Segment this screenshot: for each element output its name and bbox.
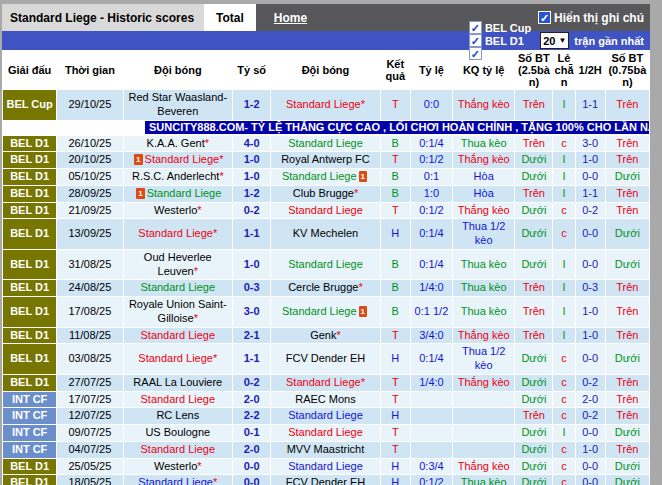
goals-0-75-cell: Dưới: [605, 458, 649, 475]
match-row: INT CF04/07/25Standard Liege2-0MVV Maast…: [3, 441, 650, 458]
date-cell: 31/08/25: [57, 249, 123, 280]
match-row: BEL Cup29/10/25Red Star Waasland-Beveren…: [3, 90, 650, 121]
home-team-cell: Westerlo*: [123, 458, 233, 475]
league-filter-checkbox[interactable]: ✓: [469, 47, 482, 60]
goals-2-5-cell: Dưới: [515, 202, 553, 219]
team-name: Standard Liege: [288, 137, 363, 149]
league-filter-label: BEL D1: [485, 35, 524, 47]
half-score-cell: 0-0: [575, 169, 605, 186]
tab-home[interactable]: Home: [262, 4, 319, 31]
goals-0-75-cell: Trên: [605, 280, 649, 297]
odd-even-cell: c: [553, 374, 575, 391]
show-notes-checkbox[interactable]: ✓: [538, 11, 551, 24]
odds-result-cell: Thắng kèo: [453, 374, 515, 391]
league-filter-label: INT CF: [485, 48, 520, 60]
home-team-cell: Standard Liege: [123, 441, 233, 458]
result-cell: B: [380, 280, 410, 297]
star-marker: *: [213, 227, 217, 239]
odds-cell: 0:1/4: [410, 344, 452, 375]
home-team-cell: Oud Heverlee Leuven*: [123, 249, 233, 280]
date-cell: 03/08/25: [57, 344, 123, 375]
home-team-cell: RAAL La Louviere: [123, 374, 233, 391]
tab-total[interactable]: Total: [204, 4, 256, 31]
ad-banner-link[interactable]: SUNCITY888.COM- TỶ LỆ THẮNG CỰC CAO , LỐ…: [145, 121, 650, 134]
odds-result-cell: Thắng kèo: [453, 152, 515, 169]
odds-cell: [410, 441, 452, 458]
goals-2-5-cell: Trên: [515, 185, 553, 202]
team-name: Standard Liege: [145, 153, 220, 165]
half-score-cell: 1-1: [575, 90, 605, 121]
team-name: Standard Liege: [288, 409, 363, 421]
odd-even-cell: c: [553, 344, 575, 375]
goals-0-75-cell: Trên: [605, 152, 649, 169]
match-row: BEL D118/05/25Standard Liege*0-0FCV Dend…: [3, 475, 650, 485]
odds-cell: 0:1/2: [410, 202, 452, 219]
date-cell: 17/08/25: [57, 297, 123, 328]
table-header-row: Giải đấuThời gianĐội bóngTỷ sốĐội bóngKế…: [3, 51, 650, 90]
date-cell: 05/10/25: [57, 169, 123, 186]
odds-result-cell: Hòa: [453, 185, 515, 202]
star-marker: *: [197, 204, 201, 216]
odds-cell: 0:1/4: [410, 249, 452, 280]
half-score-cell: 0-2: [575, 202, 605, 219]
result-cell: T: [380, 90, 410, 121]
star-marker: *: [213, 476, 217, 485]
goals-0-75-cell: Dưới: [605, 169, 649, 186]
league-cell: BEL D1: [3, 249, 57, 280]
match-row: BEL D131/08/25Oud Heverlee Leuven*1-0Sta…: [3, 249, 650, 280]
ad-banner-row: SUNCITY888.COM- TỶ LỆ THẮNG CỰC CAO , LỐ…: [3, 120, 650, 135]
league-cell: BEL D1: [3, 202, 57, 219]
match-row: INT CF09/07/25US Boulogne0-1Standard Lie…: [3, 425, 650, 442]
result-cell: H: [380, 475, 410, 485]
score-cell: 4-0: [233, 135, 271, 152]
league-cell: BEL Cup: [3, 90, 57, 121]
odd-even-cell: l: [553, 297, 575, 328]
odds-cell: 1/4:0: [410, 374, 452, 391]
team-name: Standard Liege: [288, 258, 363, 270]
half-score-cell: 0-0: [575, 425, 605, 442]
match-count-select[interactable]: 20 ▼: [540, 32, 569, 49]
result-cell: H: [380, 408, 410, 425]
goals-0-75-cell: Dưới: [605, 475, 649, 485]
odds-cell: 0:1/2: [410, 152, 452, 169]
column-header-0: Giải đấu: [3, 51, 57, 90]
league-cell: BEL D1: [3, 344, 57, 375]
team-name: KV Mechelen: [293, 227, 358, 239]
team-name: Standard Liege: [282, 170, 357, 182]
score-cell: 3-0: [233, 297, 271, 328]
odd-even-cell: c: [553, 475, 575, 485]
star-marker: *: [354, 187, 358, 199]
score-cell: 2-2: [233, 408, 271, 425]
odd-even-cell: c: [553, 408, 575, 425]
odds-result-cell: [453, 408, 515, 425]
goals-0-75-cell: Trên: [605, 391, 649, 408]
team-name: Standard Liege: [140, 329, 215, 341]
odd-even-cell: c: [553, 202, 575, 219]
goals-0-75-cell: Trên: [605, 327, 649, 344]
odds-cell: [410, 408, 452, 425]
league-filter-checkbox[interactable]: ✓: [469, 34, 482, 47]
score-cell: 0-0: [233, 458, 271, 475]
away-team-cell: RAEC Mons: [271, 391, 381, 408]
goals-0-75-cell: Dưới: [605, 249, 649, 280]
league-cell: INT CF: [3, 408, 57, 425]
league-filter-checkbox[interactable]: ✓: [469, 21, 482, 34]
goals-0-75-cell: Dưới: [605, 425, 649, 442]
goals-0-75-cell: Trên: [605, 374, 649, 391]
goals-2-5-cell: Dưới: [515, 458, 553, 475]
odd-even-cell: l: [553, 185, 575, 202]
half-score-cell: 1-0: [575, 297, 605, 328]
away-team-cell: Standard Liege: [271, 425, 381, 442]
match-row: INT CF17/07/25Standard Liege2-0RAEC Mons…: [3, 391, 650, 408]
odd-even-cell: c: [553, 219, 575, 250]
league-cell: BEL D1: [3, 219, 57, 250]
odd-even-cell: l: [553, 280, 575, 297]
date-cell: 18/05/25: [57, 475, 123, 485]
away-team-cell: Royal Antwerp FC: [271, 152, 381, 169]
home-team-cell: 1Standard Liege: [123, 185, 233, 202]
odds-result-cell: Thua 1/2 kèo: [453, 219, 515, 250]
half-score-cell: 2-0: [575, 391, 605, 408]
date-cell: 24/08/25: [57, 280, 123, 297]
goals-2-5-cell: Dưới: [515, 249, 553, 280]
star-marker: *: [205, 137, 209, 149]
